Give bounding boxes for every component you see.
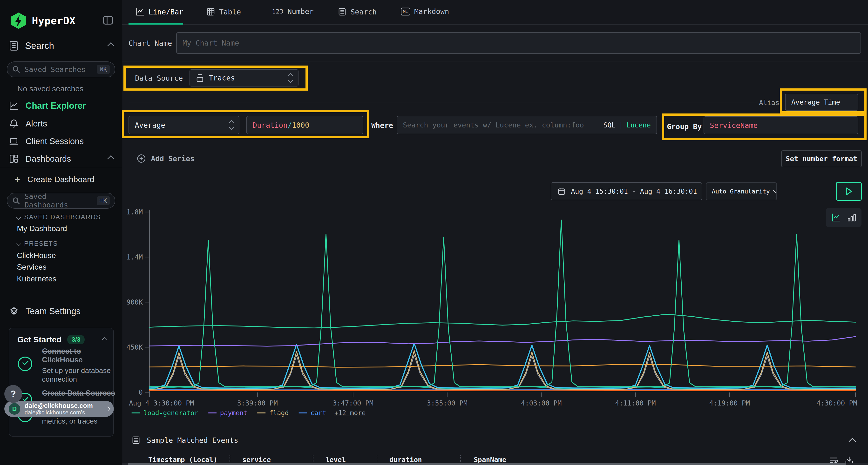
legend-item-cart[interactable]: cart <box>299 409 326 417</box>
sample-events-title: Sample Matched Events <box>147 436 238 444</box>
chevron-up-icon[interactable] <box>107 42 115 49</box>
legend-swatch <box>131 412 140 413</box>
column-separator[interactable] <box>460 455 461 464</box>
run-query-button[interactable] <box>836 182 862 201</box>
group-by-label: Group By <box>667 122 702 131</box>
sidebar-item-team-settings[interactable]: Team Settings <box>9 306 81 317</box>
sidebar-item-my-dashboard[interactable]: My Dashboard <box>17 224 67 233</box>
tab-search[interactable]: Search <box>338 7 377 16</box>
column-header-timestamp[interactable]: Timestamp (Local) <box>148 456 217 464</box>
group-title: SAVED DASHBOARDS <box>24 213 101 221</box>
sidebar: HyperDX Search Saved Searches ⌘K No save… <box>0 0 122 465</box>
column-header-spanname[interactable]: SpanName <box>474 456 506 464</box>
field-part-slash: / <box>288 121 292 129</box>
aggregation-select[interactable]: Average <box>128 116 240 134</box>
chart-name-input[interactable]: My Chart Name <box>176 32 861 54</box>
column-separator[interactable] <box>229 455 230 464</box>
tab-line-bar[interactable]: Line/Bar <box>135 7 184 16</box>
team-settings-label: Team Settings <box>26 306 81 317</box>
saved-dashboards-group[interactable]: SAVED DASHBOARDS <box>17 213 101 221</box>
column-header-service[interactable]: service <box>242 456 271 464</box>
sidebar-item-client-sessions[interactable]: Client Sessions <box>9 136 84 146</box>
svg-text:3:47:00 PM: 3:47:00 PM <box>333 399 373 407</box>
saved-dashboards-input[interactable]: Saved Dashboards ⌘K <box>7 193 115 209</box>
granularity-value: Auto Granularity <box>712 188 770 195</box>
svg-text:Aug 4 3:30:00 PM: Aug 4 3:30:00 PM <box>129 399 194 407</box>
column-header-level[interactable]: level <box>326 456 346 464</box>
line-chart-icon <box>9 101 19 111</box>
gear-icon <box>9 306 19 317</box>
legend-label: load-generator <box>144 409 198 417</box>
date-range-picker[interactable]: Aug 4 15:30:01 - Aug 4 16:30:01 <box>551 182 702 200</box>
active-tab-underline <box>128 23 183 25</box>
chevron-down-icon <box>773 190 776 193</box>
data-source-select[interactable]: Traces <box>189 69 299 87</box>
sql-mode-toggle[interactable]: SQL <box>603 121 616 129</box>
tab-markdown[interactable]: M↓ Markdown <box>401 7 449 16</box>
legend-item-load-generator[interactable]: load-generator <box>131 409 198 417</box>
presets-group[interactable]: PRESETS <box>17 240 58 247</box>
where-search-input[interactable]: Search your events w/ Lucene ex. column:… <box>397 116 657 134</box>
lucene-mode-toggle[interactable]: Lucene <box>626 121 651 129</box>
select-chevrons-icon <box>289 74 292 82</box>
sidebar-item-chart-explorer[interactable]: Chart Explorer <box>9 101 86 111</box>
mode-separator: | <box>619 121 623 129</box>
saved-searches-input[interactable]: Saved Searches ⌘K <box>7 61 115 77</box>
hyperdx-logo-icon <box>11 12 26 29</box>
legend-more-link[interactable]: +12 more <box>334 409 366 417</box>
sidebar-item-kubernetes[interactable]: Kubernetes <box>17 274 56 283</box>
chart-svg[interactable]: 0450K900K1.4M1.8MAug 4 3:30:00 PM3:39:00… <box>122 205 868 408</box>
help-button[interactable]: ? <box>4 385 22 403</box>
get-started-item-1-title[interactable]: Connect to ClickHouse <box>42 347 114 364</box>
column-separator[interactable] <box>313 455 313 464</box>
chevron-down-icon <box>16 241 21 246</box>
sidebar-item-clickhouse[interactable]: ClickHouse <box>17 251 56 260</box>
svg-text:900K: 900K <box>127 298 143 306</box>
add-series-button[interactable]: Add Series <box>136 154 194 163</box>
get-started-progress-badge: 3/3 <box>67 335 85 344</box>
field-expression-input[interactable]: Duration / 1000 <box>246 116 363 134</box>
horizontal-scrollbar-thumb[interactable] <box>128 463 846 465</box>
check-circle-icon <box>18 357 32 371</box>
sidebar-item-dashboards[interactable]: Dashboards <box>9 154 113 164</box>
svg-text:M↓: M↓ <box>403 9 408 14</box>
app-root: HyperDX Search Saved Searches ⌘K No save… <box>0 0 868 465</box>
tab-number[interactable]: 123 Number <box>272 7 314 16</box>
series-divider <box>128 102 758 102</box>
tab-label: Search <box>350 8 377 16</box>
saved-searches-placeholder: Saved Searches <box>25 65 86 74</box>
app-logo[interactable]: HyperDX <box>11 12 75 29</box>
column-separator[interactable] <box>377 455 377 464</box>
sidebar-dashboards-label: Dashboards <box>26 154 71 164</box>
create-dashboard-button[interactable]: + Create Dashboard <box>14 174 94 185</box>
user-menu[interactable]: D dale@clickhouse.com dale@clickhouse.co… <box>4 401 114 417</box>
alias-input[interactable]: Average Time <box>785 94 858 110</box>
markdown-icon: M↓ <box>401 7 410 16</box>
legend-item-payment[interactable]: payment <box>208 409 248 417</box>
collapse-sample-events-icon[interactable] <box>849 438 856 445</box>
sidebar-item-alerts[interactable]: Alerts <box>9 119 47 129</box>
set-number-format-button[interactable]: Set number format <box>781 150 862 167</box>
field-part-1000: 1000 <box>292 121 309 129</box>
legend-swatch <box>208 412 217 413</box>
alias-value: Average Time <box>791 98 840 106</box>
tab-table[interactable]: Table <box>206 7 241 16</box>
collapse-sidebar-icon[interactable] <box>102 14 114 26</box>
sidebar-alerts-label: Alerts <box>26 119 47 128</box>
group-by-input[interactable]: ServiceName <box>704 117 858 134</box>
chevron-up-icon[interactable] <box>107 155 115 162</box>
column-header-duration[interactable]: duration <box>390 456 422 464</box>
granularity-select[interactable]: Auto Granularity <box>706 182 777 200</box>
chart-legend: load-generator payment flagd cart +12 mo… <box>131 409 366 417</box>
legend-item-flagd[interactable]: flagd <box>257 409 289 417</box>
svg-text:4:30:00 PM: 4:30:00 PM <box>816 399 857 407</box>
get-started-item-2-title[interactable]: Create Data Sources <box>42 389 124 398</box>
divider <box>0 168 122 168</box>
journal-icon <box>9 40 19 51</box>
chevron-up-icon[interactable] <box>102 337 107 342</box>
tab-label: Markdown <box>414 7 449 16</box>
field-part-duration: Duration <box>253 121 288 129</box>
sidebar-section-search[interactable]: Search <box>9 40 113 51</box>
get-started-header[interactable]: Get Started 3/3 <box>18 335 106 344</box>
sidebar-item-services[interactable]: Services <box>17 263 46 271</box>
